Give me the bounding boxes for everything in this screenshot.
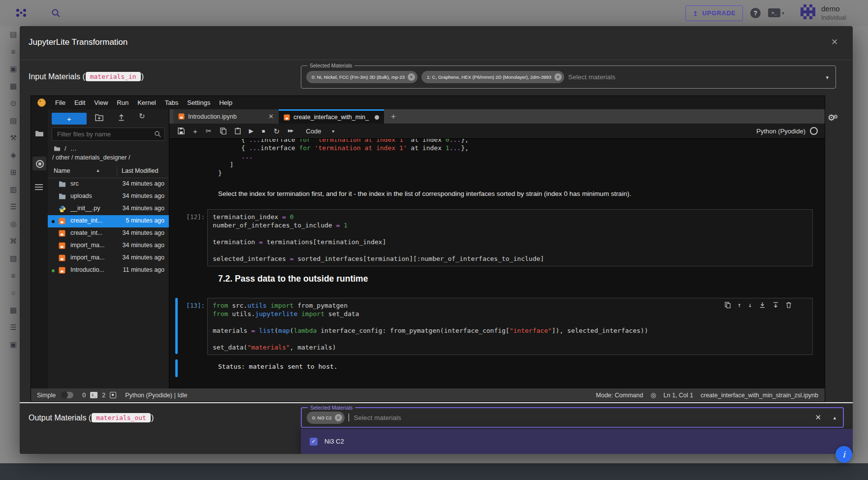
terminal-count: 0	[82, 392, 86, 399]
code-line: materials = list(map(lambda interface_co…	[213, 326, 807, 335]
avatar[interactable]	[799, 3, 817, 22]
notebook-toolbar: + ✂ ▶ ■ ↻ ▶▶ Code ▾ Python (Pyodide)	[169, 124, 825, 139]
user-name[interactable]: demo	[821, 4, 840, 13]
close-icon[interactable]: ✕	[831, 37, 838, 47]
menu-item-edit[interactable]: Edit	[70, 99, 90, 106]
insert-above-icon[interactable]	[759, 302, 766, 308]
remove-chip-icon[interactable]: ✕	[408, 73, 415, 81]
kernel-status[interactable]: Python (Pyodide) | Idle	[125, 392, 187, 399]
kernel-name[interactable]: Python (Pyodide)	[756, 128, 805, 135]
cell-type-select[interactable]: Code	[306, 128, 321, 135]
output-materials-select[interactable]: Selected Materials 0: Ni3 C2✕Select mate…	[301, 407, 844, 428]
new-launcher-button[interactable]: +	[52, 113, 87, 125]
file-list-header[interactable]: Name ▲ Last Modified	[48, 164, 169, 178]
chevron-up-icon[interactable]: ▴	[833, 415, 836, 421]
material-chip[interactable]: 1: C, Graphene, HEX (P6/mmm) 2D (Monolay…	[421, 71, 564, 83]
app-sidebar-icon: ◎	[10, 220, 16, 227]
search-icon[interactable]	[51, 8, 61, 18]
terminal-count-icon[interactable]: s_	[90, 392, 97, 398]
cut-icon[interactable]: ✂	[206, 128, 212, 134]
folder-icon	[59, 181, 66, 188]
menu-item-kernel[interactable]: Kernel	[133, 99, 161, 106]
run-icon[interactable]: ▶	[249, 128, 254, 134]
add-tab-button[interactable]: +	[388, 111, 399, 122]
file-row[interactable]: create_int...34 minutes ago	[48, 227, 169, 240]
insert-cell-icon[interactable]: +	[193, 128, 197, 135]
close-tab-icon[interactable]: ✕	[268, 113, 274, 120]
dropdown-item[interactable]: ✓Ni3 C2	[301, 429, 853, 454]
settings-gears-icon[interactable]: ⚙⚙	[828, 113, 838, 123]
filter-files-input[interactable]	[52, 128, 165, 141]
cursor-position[interactable]: Ln 1, Col 1	[664, 392, 693, 399]
menu-item-settings[interactable]: Settings	[183, 99, 215, 106]
help-button[interactable]: ?	[750, 8, 761, 18]
run-all-icon[interactable]: ▶▶	[288, 129, 293, 133]
file-row[interactable]: __init__.py34 minutes ago	[48, 203, 169, 215]
accessibility-icon[interactable]: ◎	[650, 391, 656, 399]
code-line: selected_interfaces = sorted_interfaces[…	[213, 255, 807, 263]
simple-mode-toggle[interactable]	[61, 392, 73, 398]
kernel-count-icon[interactable]	[110, 392, 116, 398]
file-row[interactable]: create_int...5 minutes ago	[48, 215, 169, 227]
code-cell-13[interactable]: from src.utils import from_pymatgenfrom …	[207, 298, 813, 355]
chevron-down-icon[interactable]: ▾	[332, 128, 334, 134]
code-line: { ...interface for 'termination at index…	[218, 144, 469, 152]
menu-item-tabs[interactable]: Tabs	[161, 99, 183, 106]
delete-cell-icon[interactable]	[786, 302, 792, 308]
running-sessions-tab[interactable]	[32, 157, 46, 170]
duplicate-cell-icon[interactable]	[725, 302, 731, 308]
clear-icon[interactable]: ✕	[815, 413, 821, 422]
notebook-icon	[284, 114, 290, 121]
file-name: create_int...	[70, 217, 102, 224]
file-row[interactable]: uploads34 minutes ago	[48, 191, 169, 203]
python-icon	[59, 205, 66, 213]
menu-item-file[interactable]: File	[51, 99, 70, 106]
markdown-cell[interactable]: Select the index for termination first, …	[218, 190, 631, 197]
move-up-icon[interactable]: ↑	[738, 301, 741, 309]
cell-toolbar: ↑ ↓	[725, 301, 792, 309]
stop-icon[interactable]: ■	[262, 128, 265, 134]
material-chip[interactable]: 0: Ni3 C2✕	[307, 412, 345, 424]
menu-item-run[interactable]: Run	[112, 99, 133, 106]
file-browser-icon[interactable]	[35, 130, 44, 137]
file-modified: 34 minutes ago	[123, 205, 164, 212]
refresh-icon[interactable]: ↻	[139, 112, 145, 121]
remove-chip-icon[interactable]: ✕	[554, 73, 562, 81]
property-inspector-icon[interactable]	[35, 184, 43, 192]
notebook-icon	[59, 242, 66, 250]
remove-chip-icon[interactable]: ✕	[335, 414, 342, 421]
info-button[interactable]: i	[836, 446, 852, 463]
file-name: Introductio...	[70, 266, 104, 273]
notebook-content[interactable]: { ...interface for 'termination at index…	[169, 139, 825, 388]
select-materials-placeholder[interactable]: Select materials	[568, 73, 615, 81]
file-row[interactable]: Introductio...11 minutes ago	[48, 264, 169, 277]
restart-kernel-icon[interactable]: ↻	[273, 128, 280, 135]
menu-item-help[interactable]: Help	[215, 99, 237, 106]
jupyterlab-window: FileEditViewRunKernelTabsSettingsHelp +	[31, 96, 825, 402]
menu-item-view[interactable]: View	[90, 99, 112, 106]
code-line: set_data("materials", materials)	[213, 343, 807, 352]
tab-introduction[interactable]: Introduction.ipynb ✕	[173, 109, 279, 124]
tab-create-interface[interactable]: create_interface_with_min_	[279, 109, 384, 124]
select-materials-placeholder[interactable]: Select materials	[354, 414, 401, 421]
chevron-down-icon[interactable]: ▾	[826, 74, 829, 80]
breadcrumb[interactable]: / …	[54, 145, 77, 152]
upload-icon[interactable]	[118, 114, 125, 121]
material-chip[interactable]: 0: Ni, Nickel, FCC (Fm-3m) 3D (Bulk), mp…	[306, 71, 418, 83]
file-row[interactable]: import_ma...34 minutes ago	[48, 240, 169, 252]
move-down-icon[interactable]: ↓	[748, 301, 752, 309]
save-icon[interactable]	[178, 128, 185, 134]
console-menu-button[interactable]: >_ ▾	[768, 8, 784, 17]
insert-below-icon[interactable]	[772, 302, 779, 308]
file-row[interactable]: src34 minutes ago	[48, 178, 169, 191]
copy-icon[interactable]	[220, 128, 226, 134]
upgrade-button[interactable]: ↥ UPGRADE	[685, 5, 743, 21]
new-folder-icon[interactable]	[95, 114, 103, 121]
code-cell-12[interactable]: termination_index = 0number_of_interface…	[207, 209, 813, 266]
checkbox-checked-icon[interactable]: ✓	[310, 438, 318, 446]
breadcrumb-path[interactable]: / other / materials_designer /	[52, 154, 130, 161]
paste-icon[interactable]	[235, 128, 241, 134]
input-materials-select[interactable]: Selected Materials 0: Ni, Nickel, FCC (F…	[301, 65, 836, 89]
tab-bar: Introduction.ipynb ✕ create_interface_wi…	[169, 109, 825, 124]
file-row[interactable]: import_ma...34 minutes ago	[48, 252, 169, 264]
